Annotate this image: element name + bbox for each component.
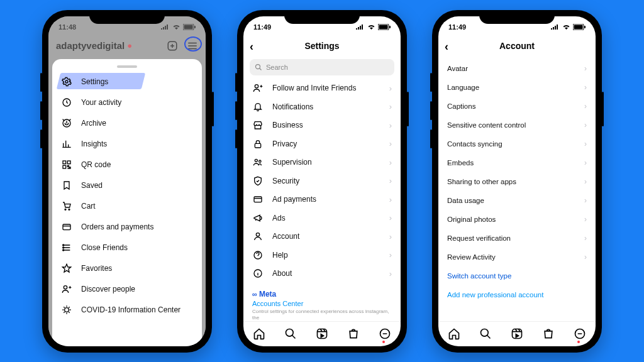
- account-item-avatar[interactable]: Avatar›: [438, 59, 596, 78]
- account-item-data-usage[interactable]: Data usage›: [438, 191, 596, 210]
- switch-account-type-link[interactable]: Switch account type: [438, 266, 596, 285]
- accounts-center-link[interactable]: Accounts Center: [252, 300, 392, 307]
- follow-icon: [252, 83, 264, 93]
- account-item-captions[interactable]: Captions›: [438, 97, 596, 116]
- menu-item-insights[interactable]: Insights: [52, 134, 202, 155]
- menu-item-saved[interactable]: Saved: [52, 175, 202, 196]
- menu-item-label: Archive: [81, 119, 106, 128]
- svg-point-30: [286, 329, 294, 337]
- account-item-label: Original photos: [447, 216, 496, 223]
- settings-item-about[interactable]: About›: [243, 265, 401, 283]
- menu-item-favorites[interactable]: Favorites: [52, 258, 202, 279]
- search-placeholder: Search: [266, 63, 288, 71]
- account-item-label: Avatar: [447, 65, 468, 72]
- reels-tab[interactable]: [511, 327, 523, 340]
- svg-rect-34: [574, 25, 583, 29]
- settings-item-label: Help: [272, 251, 288, 260]
- insights-icon: [61, 139, 72, 149]
- chevron-right-icon: ›: [389, 213, 392, 222]
- menu-item-orders-and-payments[interactable]: Orders and payments: [52, 217, 202, 238]
- profile-tab[interactable]: [379, 327, 391, 340]
- nav-header: ‹ Account: [438, 35, 596, 57]
- settings-item-supervision[interactable]: Supervision›: [243, 153, 401, 172]
- account-item-contacts-syncing[interactable]: Contacts syncing›: [438, 134, 596, 153]
- back-button[interactable]: ‹: [445, 40, 448, 53]
- notification-dot: [577, 341, 580, 343]
- menu-item-label: Cart: [81, 202, 96, 211]
- tab-bar: [438, 321, 596, 346]
- settings-item-account[interactable]: Account›: [243, 228, 401, 246]
- svg-point-21: [256, 64, 260, 69]
- settings-item-label: Business: [272, 121, 303, 129]
- settings-item-business[interactable]: Business›: [243, 116, 401, 135]
- menu-item-cart[interactable]: Cart: [52, 196, 202, 217]
- covid-icon: [61, 305, 72, 315]
- account-item-sharing-to-other-apps[interactable]: Sharing to other apps›: [438, 172, 596, 191]
- home-tab[interactable]: [448, 327, 460, 340]
- home-tab[interactable]: [253, 327, 265, 340]
- settings-item-help[interactable]: Help›: [243, 246, 401, 265]
- settings-item-security[interactable]: Security›: [243, 172, 401, 190]
- menu-item-close-friends[interactable]: Close Friends: [52, 238, 202, 258]
- account-item-label: Embeds: [447, 159, 474, 167]
- profile-tab[interactable]: [574, 327, 586, 340]
- add-professional-account-label: Add new professional account: [447, 291, 543, 299]
- star-icon: [61, 263, 72, 273]
- battery-icon: [573, 24, 586, 30]
- reels-tab[interactable]: [316, 327, 328, 340]
- menu-item-archive[interactable]: Archive: [52, 113, 202, 134]
- wifi-icon: [172, 24, 180, 30]
- chevron-right-icon: ›: [389, 121, 392, 130]
- add-professional-account-link[interactable]: Add new professional account: [438, 285, 596, 304]
- menu-item-label: Your activity: [81, 98, 121, 107]
- status-icons: [356, 24, 391, 30]
- biz-icon: [252, 120, 264, 130]
- settings-item-ads[interactable]: Ads›: [243, 209, 401, 228]
- account-item-review-activity[interactable]: Review Activity›: [438, 248, 596, 266]
- menu-item-label: Saved: [81, 181, 103, 190]
- search-tab[interactable]: [479, 327, 492, 340]
- signal-icon: [356, 24, 365, 30]
- menu-item-covid-19-information-center[interactable]: COVID-19 Information Center: [52, 300, 202, 321]
- settings-item-notifications[interactable]: Notifications›: [243, 97, 401, 116]
- orders-icon: [61, 222, 72, 232]
- account-item-original-photos[interactable]: Original photos›: [438, 210, 596, 229]
- svg-rect-8: [67, 161, 70, 164]
- settings-item-follow-and-invite-friends[interactable]: Follow and Invite Friends›: [243, 79, 401, 98]
- settings-item-label: Ad payments: [272, 195, 316, 204]
- saved-icon: [61, 180, 72, 190]
- svg-point-10: [65, 209, 66, 210]
- notch: [284, 10, 360, 24]
- settings-item-label: Ads: [272, 214, 286, 222]
- account-item-label: Sharing to other apps: [447, 178, 516, 185]
- chevron-right-icon: ›: [584, 177, 587, 186]
- chevron-right-icon: ›: [584, 64, 587, 73]
- chevron-right-icon: ›: [389, 195, 392, 204]
- menu-item-discover-people[interactable]: Discover people: [52, 279, 202, 300]
- svg-point-13: [63, 244, 64, 246]
- menu-item-settings[interactable]: Settings: [52, 72, 202, 92]
- account-item-request-verification[interactable]: Request verification›: [438, 229, 596, 248]
- search-input[interactable]: Search: [250, 59, 394, 75]
- account-item-label: Sensitive content control: [447, 121, 526, 129]
- screen-3: 11:49 ‹ Account Avatar›Language›Captions…: [438, 16, 596, 346]
- screen-2: 11:49 ‹ Settings Search Follow and Invit…: [243, 16, 401, 346]
- svg-point-36: [481, 329, 489, 337]
- shop-tab[interactable]: [347, 327, 360, 340]
- menu-item-qr-code[interactable]: QR code: [52, 155, 202, 175]
- account-item-label: Review Activity: [447, 253, 496, 261]
- settings-item-ad-payments[interactable]: Ad payments›: [243, 190, 401, 209]
- account-item-sensitive-content-control[interactable]: Sensitive content control›: [438, 116, 596, 134]
- create-icon[interactable]: [167, 40, 178, 52]
- account-item-language[interactable]: Language›: [438, 78, 596, 97]
- account-item-embeds[interactable]: Embeds›: [438, 153, 596, 172]
- menu-item-label: Settings: [81, 77, 108, 86]
- signal-icon: [161, 24, 170, 30]
- back-button[interactable]: ‹: [250, 40, 253, 53]
- sheet-grabber[interactable]: [117, 65, 137, 68]
- shop-tab[interactable]: [542, 327, 555, 340]
- chevron-right-icon: ›: [584, 234, 587, 243]
- search-tab[interactable]: [284, 327, 297, 340]
- menu-item-your-activity[interactable]: Your activity: [52, 92, 202, 113]
- settings-item-privacy[interactable]: Privacy›: [243, 134, 401, 153]
